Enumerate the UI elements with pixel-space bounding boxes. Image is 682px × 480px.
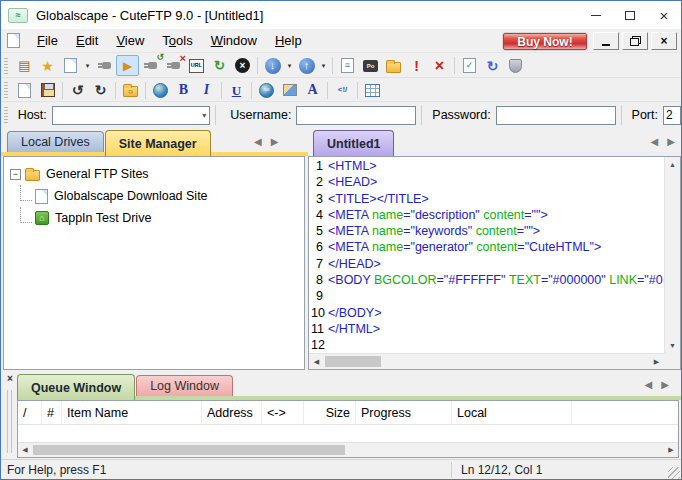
document-system-menu-icon[interactable] [7, 33, 20, 48]
scroll-right-icon[interactable]: ▶ [667, 137, 675, 147]
username-field[interactable] [296, 106, 416, 125]
scroll-left-icon[interactable]: ◀ [18, 443, 32, 457]
toolbar-grip[interactable] [4, 82, 8, 98]
new-site-dropdown[interactable]: ▾ [82, 55, 93, 76]
resize-grip[interactable] [668, 467, 680, 479]
upload-dropdown[interactable]: ▾ [318, 55, 329, 76]
queue-horizontal-scrollbar[interactable]: ◀ ▶ [18, 442, 678, 457]
find-button[interactable]: ○ [119, 80, 142, 101]
scroll-up-icon[interactable]: ▲ [665, 157, 680, 172]
priority-button[interactable]: ! [405, 55, 428, 76]
font-color-button[interactable]: A [301, 80, 324, 101]
disconnect-button[interactable] [162, 55, 185, 76]
underline-button[interactable]: U [225, 80, 248, 101]
mdi-close-button[interactable]: × [651, 32, 677, 50]
save-button[interactable] [36, 80, 59, 101]
queue-column-size[interactable]: Size [304, 401, 356, 424]
tab-queue-window[interactable]: Queue Window [17, 374, 135, 400]
chevron-down-icon[interactable]: ▾ [202, 111, 206, 120]
scroll-left-icon[interactable]: ◀ [309, 354, 324, 369]
insert-image-button[interactable] [278, 80, 301, 101]
tree-item-globalscape-download-site[interactable]: Globalscape Download Site [4, 185, 304, 207]
scroll-right-icon[interactable]: ▶ [661, 380, 669, 390]
url-watch-button[interactable]: URL [185, 55, 208, 76]
menu-item-file[interactable]: File [28, 31, 67, 50]
window-close-button[interactable]: × [647, 1, 681, 29]
insert-table-button[interactable] [361, 80, 384, 101]
mdi-minimize-button[interactable] [593, 32, 619, 50]
queue-column-direction[interactable]: <-> [262, 401, 304, 424]
host-combobox[interactable]: ▾ [52, 106, 211, 125]
code-area[interactable]: 1<HTML>2<HEAD>3<TITLE></TITLE>4<META nam… [311, 158, 664, 353]
insert-link-button[interactable]: ∞ [255, 80, 278, 101]
scrollbar-thumb[interactable] [325, 356, 381, 367]
undo-button[interactable]: ↺ [66, 80, 89, 101]
tab-log-window[interactable]: Log Window [136, 375, 233, 396]
tab-untitled1[interactable]: Untitled1 [313, 130, 394, 156]
italic-button[interactable]: I [195, 80, 218, 101]
scroll-left-icon[interactable]: ◀ [254, 137, 262, 147]
download-button[interactable]: ↓ [261, 55, 284, 76]
queue-column-progress[interactable]: Progress [356, 401, 452, 424]
code-line: 1<HTML> [311, 158, 664, 174]
dock-close-button[interactable]: × [4, 372, 16, 384]
site-manager-tree[interactable]: −General FTP SitesGlobalscape Download S… [3, 156, 305, 370]
reconnect-button[interactable] [139, 55, 162, 76]
buy-now-button[interactable]: Buy Now! [503, 33, 587, 50]
new-site-button[interactable] [59, 55, 82, 76]
redo-button[interactable]: ↻ [89, 80, 112, 101]
html-code-editor[interactable]: 1<HTML>2<HEAD>3<TITLE></TITLE>4<META nam… [308, 156, 681, 370]
toolbar-grip[interactable] [4, 58, 8, 74]
queue-column-local[interactable]: Local [452, 401, 572, 424]
browser-preview-button[interactable] [149, 80, 172, 101]
scroll-right-icon[interactable]: ▶ [271, 137, 279, 147]
window-minimize-button[interactable] [579, 1, 613, 29]
bold-button[interactable]: B [172, 80, 195, 101]
quick-connect-button[interactable]: ▶ [116, 55, 139, 76]
new-page-button[interactable] [13, 80, 36, 101]
address-book-button[interactable]: ▤ [13, 55, 36, 76]
menu-item-window[interactable]: Window [202, 31, 266, 50]
toolbar-grip[interactable] [4, 107, 8, 123]
stop-button[interactable]: × [231, 55, 254, 76]
upload-button[interactable]: ↑ [295, 55, 318, 76]
refresh-button[interactable]: ↻ [208, 55, 231, 76]
new-folder-button[interactable] [382, 55, 405, 76]
edit-queue-button[interactable]: ≡ [336, 55, 359, 76]
menu-item-help[interactable]: Help [266, 31, 311, 50]
editor-horizontal-scrollbar[interactable]: ◀ ▶ [309, 353, 664, 369]
download-dropdown[interactable]: ▾ [284, 55, 295, 76]
editor-vertical-scrollbar[interactable]: ▲ ▼ [664, 157, 680, 353]
tree-item-general-ftp-sites[interactable]: −General FTP Sites [4, 163, 304, 185]
tab-local-drives[interactable]: Local Drives [7, 131, 104, 152]
queue-column-address[interactable]: Address [202, 401, 262, 424]
security-button[interactable] [504, 55, 527, 76]
scroll-right-icon[interactable]: ▶ [649, 354, 664, 369]
queue-column-status[interactable]: / [18, 401, 42, 424]
menu-item-edit[interactable]: Edit [67, 31, 107, 50]
tree-item-tappin-test-drive[interactable]: ⌂TappIn Test Drive [4, 207, 304, 229]
mdi-restore-button[interactable] [622, 32, 648, 50]
verify-button[interactable]: ✓ [458, 55, 481, 76]
scroll-right-icon[interactable]: ▶ [664, 443, 678, 457]
dock-drag-grip[interactable] [7, 390, 12, 453]
queue-column-number[interactable]: # [42, 401, 62, 424]
port-field[interactable] [663, 106, 681, 125]
sync-button[interactable]: ↻ [481, 55, 504, 76]
pod-report-button[interactable]: Po [359, 55, 382, 76]
password-field[interactable] [496, 106, 616, 125]
delete-button[interactable]: × [428, 55, 451, 76]
tab-site-manager[interactable]: Site Manager [105, 130, 211, 156]
scroll-down-icon[interactable]: ▼ [665, 338, 680, 353]
html-comment-button[interactable]: <!/ [331, 80, 354, 101]
connect-button[interactable] [93, 55, 116, 76]
scroll-left-icon[interactable]: ◀ [645, 380, 653, 390]
connection-wizard-button[interactable]: ★ [36, 55, 59, 76]
scroll-left-icon[interactable]: ◀ [651, 137, 659, 147]
menu-item-view[interactable]: View [107, 31, 153, 50]
tree-collapse-icon[interactable]: − [10, 169, 21, 180]
menu-item-tools[interactable]: Tools [153, 31, 201, 50]
window-maximize-button[interactable] [613, 1, 647, 29]
scrollbar-thumb[interactable] [33, 445, 345, 455]
queue-column-item-name[interactable]: Item Name [62, 401, 202, 424]
